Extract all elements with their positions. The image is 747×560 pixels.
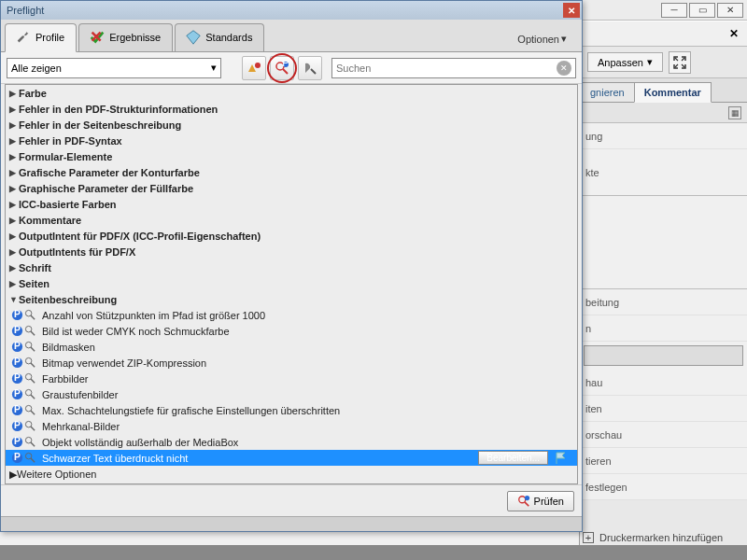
svg-point-30 xyxy=(25,437,32,443)
bg-panel-box[interactable] xyxy=(584,345,743,366)
triangle-right-icon: ▶ xyxy=(9,469,17,481)
category-row[interactable]: ▶OutputIntent für PDF/X (ICC-Profil-Eige… xyxy=(6,228,577,244)
toolbar: Alle zeigen ▾ P ✕ xyxy=(1,52,582,84)
dialog-close-button[interactable]: ✕ xyxy=(563,3,580,18)
panel-expand-icon[interactable]: ▦ xyxy=(728,106,741,119)
svg-text:P: P xyxy=(14,420,21,430)
check-item-row[interactable]: PFarbbilder xyxy=(6,371,577,386)
check-item-row[interactable]: PMax. Schachtelungstiefe für grafische E… xyxy=(6,402,577,418)
tab-profile[interactable]: Profile xyxy=(5,23,77,52)
category-row[interactable]: ▶Fehler in der Seitenbeschreibung xyxy=(6,117,577,133)
tab-results[interactable]: Ergebnisse xyxy=(78,23,173,51)
tab-comment[interactable]: Kommentar xyxy=(634,82,712,103)
svg-text:P: P xyxy=(14,325,21,335)
dialog-titlebar[interactable]: Preflight ✕ xyxy=(1,1,582,20)
svg-point-33 xyxy=(25,453,32,459)
category-label: Formular-Elemente xyxy=(19,151,112,162)
printer-marks-item[interactable]: + Druckermarken hinzufügen xyxy=(577,528,728,547)
svg-text:P: P xyxy=(14,404,21,414)
item-label: Farbbilder xyxy=(42,373,89,385)
toolbar-btn-single-check[interactable]: P xyxy=(270,56,294,80)
bg-panel-item[interactable]: iten xyxy=(580,396,747,422)
show-filter-combo[interactable]: Alle zeigen ▾ xyxy=(7,58,221,78)
triangle-right-icon: ▶ xyxy=(9,263,19,273)
category-row[interactable]: ▶OutputIntents für PDF/X xyxy=(6,244,577,259)
check-button[interactable]: Prüfen xyxy=(507,491,574,511)
category-label: ICC-basierte Farben xyxy=(19,199,117,210)
item-label: Bitmap verwendet ZIP-Kompression xyxy=(42,357,206,369)
more-options-row[interactable]: ▶ Weitere Optionen xyxy=(6,466,577,483)
maximize-button[interactable]: ▭ xyxy=(689,3,715,18)
expand-icon xyxy=(673,56,686,69)
bg-toolbar: ✕ xyxy=(580,21,747,47)
close-button[interactable]: ✕ xyxy=(717,3,743,18)
toolbar-btn-1[interactable] xyxy=(242,56,266,80)
category-row-expanded[interactable]: ▼Seitenbeschreibung xyxy=(6,291,577,307)
category-label: Farbe xyxy=(19,88,47,99)
tab-standards-label: Standards xyxy=(205,32,252,43)
check-item-row[interactable]: PSchwarzer Text überdruckt nichtBearbeit… xyxy=(6,450,577,466)
search-input[interactable] xyxy=(336,63,557,74)
minimize-button[interactable]: ─ xyxy=(661,3,687,18)
results-icon xyxy=(89,29,106,46)
chevron-down-icon: ▾ xyxy=(647,56,653,68)
bg-panel-item xyxy=(580,196,747,289)
check-item-row[interactable]: PObjekt vollständig außerhalb der MediaB… xyxy=(6,434,577,450)
tab-standards[interactable]: Standards xyxy=(175,23,264,51)
item-label: Objekt vollständig außerhalb der MediaBo… xyxy=(42,437,238,448)
bg-panel-item[interactable]: tieren xyxy=(580,448,747,474)
bg-panel-item[interactable]: kte xyxy=(580,149,747,196)
category-row[interactable]: ▶Kommentare xyxy=(6,212,577,228)
check-item-row[interactable]: PBitmap verwendet ZIP-Kompression xyxy=(6,355,577,371)
bg-panel-item[interactable]: ung xyxy=(580,123,747,149)
category-row[interactable]: ▶Grafische Parameter der Konturfarbe xyxy=(6,164,577,180)
tree-body: ▶Farbe▶Fehler in den PDF-Strukturinforma… xyxy=(6,85,577,466)
flag-icon[interactable] xyxy=(555,452,568,465)
category-row[interactable]: ▶Seiten xyxy=(6,275,577,291)
bg-titlebar: ─ ▭ ✕ xyxy=(580,0,747,21)
svg-text:P: P xyxy=(14,372,21,383)
bg-panel-item[interactable]: hau xyxy=(580,370,747,396)
svg-point-18 xyxy=(25,373,32,380)
check-item-row[interactable]: PBildmasken xyxy=(6,339,577,355)
bg-panel-item[interactable]: beitung xyxy=(580,289,747,315)
category-row[interactable]: ▶Fehler in den PDF-Strukturinformationen xyxy=(6,101,577,117)
category-row[interactable]: ▶Formular-Elemente xyxy=(6,148,577,164)
edit-button[interactable]: Bearbeiten... xyxy=(478,451,548,465)
category-row[interactable]: ▶Schrift xyxy=(6,259,577,275)
panel-close-icon[interactable]: ✕ xyxy=(726,26,741,41)
bg-panel-item[interactable]: n xyxy=(580,315,747,342)
category-label: Fehler in den PDF-Strukturinformationen xyxy=(19,104,218,115)
svg-point-24 xyxy=(25,405,32,412)
check-item-row[interactable]: PGraustufenbilder xyxy=(6,386,577,402)
search-box[interactable]: ✕ xyxy=(331,58,576,78)
bg-panel-item[interactable]: festlegen xyxy=(580,474,747,500)
item-icons: P xyxy=(11,309,39,321)
chevron-down-icon: ▾ xyxy=(561,33,567,45)
magnifier-icon xyxy=(517,495,530,508)
svg-text:P: P xyxy=(14,436,21,446)
category-label: Seitenbeschreibung xyxy=(19,294,117,305)
toolbar-btn-3[interactable] xyxy=(298,56,322,80)
svg-point-21 xyxy=(25,389,32,396)
category-row[interactable]: ▶Farbe xyxy=(6,85,577,101)
category-row[interactable]: ▶Fehler in PDF-Syntax xyxy=(6,133,577,148)
category-label: Grafische Parameter der Konturfarbe xyxy=(19,167,200,178)
expand-button[interactable] xyxy=(669,51,691,74)
bg-panels: ▦ ung kte beitung n hau iten orschau tie… xyxy=(580,103,747,500)
search-clear-icon[interactable]: ✕ xyxy=(557,61,571,76)
bg-panel-header[interactable]: ▦ xyxy=(580,103,747,123)
dialog-statusbar xyxy=(1,516,582,531)
check-item-row[interactable]: PMehrkanal-Bilder xyxy=(6,418,577,434)
tree-scroll[interactable]: ▶Farbe▶Fehler in den PDF-Strukturinforma… xyxy=(6,85,577,483)
check-item-row[interactable]: PAnzahl von Stützpunkten im Pfad ist grö… xyxy=(6,307,577,323)
triangle-right-icon: ▶ xyxy=(9,105,19,114)
options-menu[interactable]: Optionen ▾ xyxy=(510,30,574,48)
tab-sign[interactable]: gnieren xyxy=(580,82,635,102)
more-options-label: Weitere Optionen xyxy=(17,469,96,480)
check-item-row[interactable]: PBild ist weder CMYK noch Schmuckfarbe xyxy=(6,323,577,339)
customize-button[interactable]: Anpassen ▾ xyxy=(587,52,663,72)
category-row[interactable]: ▶Graphische Parameter der Füllfarbe xyxy=(6,180,577,196)
category-row[interactable]: ▶ICC-basierte Farben xyxy=(6,196,577,212)
bg-panel-item[interactable]: orschau xyxy=(580,422,747,448)
